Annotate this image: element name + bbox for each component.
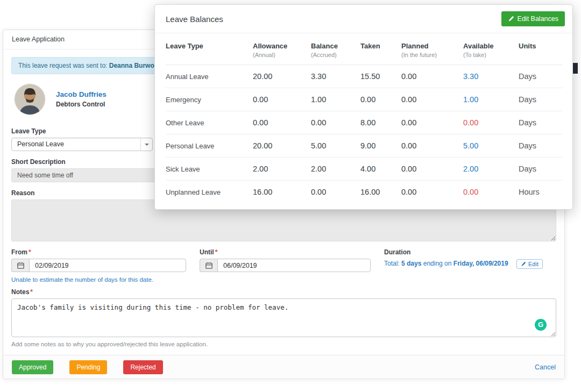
leave-balances-table: Leave Type Allowance(Annual) Balance(Acc… (166, 33, 563, 203)
col-header-available: Available(To take) (463, 33, 519, 65)
avatar-photo (15, 84, 45, 115)
pencil-icon (521, 261, 526, 267)
duration-prefix: Total: (384, 260, 400, 267)
rejected-button[interactable]: Rejected (123, 360, 162, 374)
leave-type-select[interactable]: Personal Leave (11, 138, 153, 151)
cell-units: Days (519, 134, 563, 158)
edit-balances-label: Edit Balances (518, 15, 558, 23)
required-asterisk: * (30, 288, 33, 296)
cell-leave-type: Emergency (166, 88, 253, 111)
cell-units: Days (519, 158, 563, 181)
edit-duration-button[interactable]: Edit (516, 259, 543, 269)
table-row: Unplanned Leave 16.00 0.00 16.00 0.00 0.… (166, 181, 563, 204)
calendar-icon (200, 259, 217, 272)
cell-taken: 8.00 (360, 111, 401, 134)
table-row: Sick Leave 2.00 2.00 4.00 0.00 2.00 Days (166, 158, 563, 181)
cell-available: 3.30 (463, 65, 519, 88)
cell-balance: 3.30 (311, 65, 360, 88)
cell-balance: 2.00 (311, 158, 360, 181)
duration-label: Duration (384, 248, 556, 256)
duration-date: Friday, 06/09/2019 (454, 260, 508, 267)
until-date-input[interactable] (217, 259, 371, 272)
cell-taken: 9.00 (360, 134, 401, 158)
table-header-row: Leave Type Allowance(Annual) Balance(Acc… (166, 33, 563, 65)
modal-title: Leave Balances (166, 15, 223, 24)
cell-taken: 15.50 (360, 65, 401, 88)
cell-leave-type: Unplanned Leave (166, 181, 253, 204)
cell-leave-type: Sick Leave (166, 158, 253, 181)
notes-wrap: Jacob's family is visiting during this t… (11, 298, 556, 337)
leave-type-selected-value: Personal Leave (17, 140, 64, 148)
cell-balance: 1.00 (311, 88, 360, 111)
pending-button[interactable]: Pending (69, 360, 107, 374)
cell-taken: 4.00 (360, 158, 401, 181)
col-header-planned: Planned(In the future) (401, 33, 463, 65)
duration-column: Duration Total: 5 days ending on Friday,… (384, 248, 556, 283)
notes-label: Notes* (11, 288, 556, 296)
cancel-link[interactable]: Cancel (535, 364, 556, 371)
from-input-group (11, 259, 186, 272)
cell-units: Days (519, 65, 563, 88)
cell-allowance: 0.00 (253, 88, 311, 111)
cell-allowance: 2.00 (253, 158, 311, 181)
grammarly-icon[interactable]: G (535, 319, 547, 331)
until-label: Until* (200, 248, 371, 256)
cell-available: 5.00 (463, 134, 519, 158)
until-label-text: Until (200, 248, 214, 256)
cell-units: Hours (519, 181, 563, 204)
col-header-leave-type: Leave Type (166, 33, 253, 65)
edit-duration-label: Edit (528, 261, 539, 267)
chevron-down-icon (140, 138, 152, 151)
app-footer: Approved Pending Rejected Cancel (3, 355, 564, 379)
cell-balance: 5.00 (311, 134, 360, 158)
from-column: From* Unable to estimate the number of d… (11, 248, 186, 283)
from-label-text: From (11, 248, 27, 256)
cell-available: 1.00 (463, 88, 519, 111)
required-asterisk: * (215, 248, 218, 256)
notes-help-text: Add some notes as to why you approved/re… (11, 341, 556, 347)
calendar-icon (11, 259, 29, 272)
cell-available: 0.00 (463, 111, 519, 134)
avatar (15, 84, 45, 115)
screen: Leave Application This leave request was… (0, 0, 581, 392)
col-header-units: Units (519, 33, 563, 65)
from-date-input[interactable] (29, 259, 186, 272)
table-row: Other Leave 0.00 0.00 8.00 0.00 0.00 Day… (166, 111, 563, 134)
leave-balances-modal: Leave Balances Edit Balances Leave Type … (154, 4, 573, 210)
cell-planned: 0.00 (401, 181, 463, 204)
cell-units: Days (519, 88, 563, 111)
cell-balance: 0.00 (311, 111, 360, 134)
required-asterisk: * (29, 248, 31, 256)
cell-available: 0.00 (463, 181, 519, 204)
cell-leave-type: Other Leave (166, 111, 253, 134)
notes-textarea[interactable]: Jacob's family is visiting during this t… (11, 298, 556, 337)
cell-available: 2.00 (463, 158, 519, 181)
employee-name-link[interactable]: Jacob Duffries (56, 90, 107, 98)
date-estimate-warning: Unable to estimate the number of days fo… (11, 276, 186, 283)
cell-taken: 0.00 (360, 88, 401, 111)
col-header-allowance: Allowance(Annual) (253, 33, 311, 65)
banner-prefix: This leave request was sent to: (18, 62, 107, 69)
from-label: From* (11, 248, 186, 256)
approved-button[interactable]: Approved (12, 360, 53, 374)
cell-taken: 16.00 (360, 181, 401, 204)
cell-allowance: 20.00 (253, 65, 311, 88)
table-row: Personal Leave 20.00 5.00 9.00 0.00 5.00… (166, 134, 563, 158)
col-header-balance: Balance(Accrued) (311, 33, 360, 65)
cell-planned: 0.00 (401, 88, 463, 111)
until-column: Until* (200, 248, 371, 283)
until-input-group (200, 259, 371, 272)
edit-icon (508, 16, 514, 22)
duration-total: Total: 5 days ending on Friday, 06/09/20… (384, 259, 556, 269)
cell-planned: 0.00 (401, 111, 463, 134)
cell-allowance: 16.00 (253, 181, 311, 204)
employee-role: Debtors Control (56, 101, 107, 108)
cell-units: Days (519, 111, 563, 134)
notes-label-text: Notes (11, 288, 29, 296)
cell-balance: 0.00 (311, 181, 360, 204)
edit-balances-button[interactable]: Edit Balances (501, 11, 565, 26)
cell-leave-type: Annual Leave (166, 65, 253, 88)
col-header-taken: Taken (360, 33, 401, 65)
notes-group: Notes* Jacob's family is visiting during… (11, 288, 556, 347)
dates-row: From* Unable to estimate the number of d… (11, 248, 556, 283)
